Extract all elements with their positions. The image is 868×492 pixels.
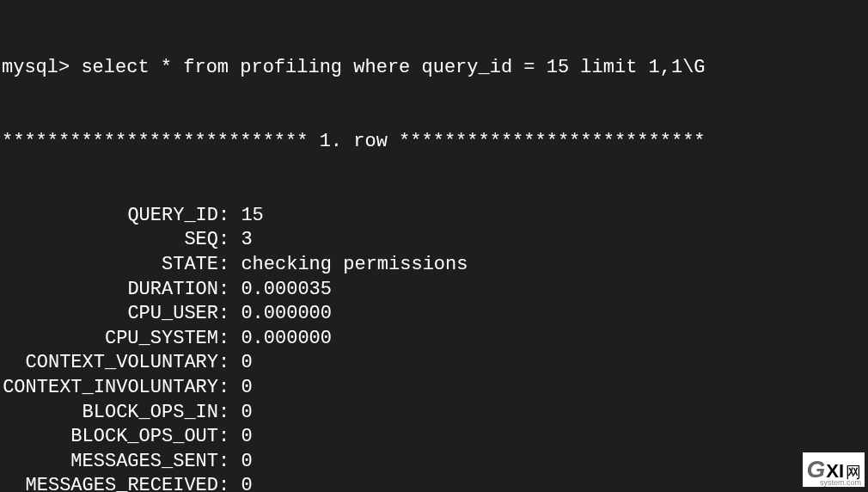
field-row: CONTEXT_INVOLUNTARY: 0 xyxy=(2,376,866,401)
field-label: STATE xyxy=(2,253,218,278)
field-row: CPU_SYSTEM: 0.000000 xyxy=(2,327,866,352)
field-separator: : xyxy=(218,425,241,450)
field-separator: : xyxy=(218,204,241,229)
watermark-logo: G XI 网 system.com xyxy=(803,452,865,487)
field-separator: : xyxy=(218,450,241,475)
command-line: mysql> select * from profiling where que… xyxy=(2,56,866,81)
field-value: 0.000000 xyxy=(241,327,332,352)
field-label: SEQ xyxy=(2,228,218,253)
field-row: SEQ: 3 xyxy=(2,228,866,253)
terminal-output[interactable]: mysql> select * from profiling where que… xyxy=(2,7,866,492)
field-value: 0 xyxy=(241,450,252,475)
field-label: CONTEXT_INVOLUNTARY xyxy=(2,376,218,401)
field-separator: : xyxy=(218,302,241,327)
field-row: CONTEXT_VOLUNTARY: 0 xyxy=(2,351,866,376)
watermark-sys: system.com xyxy=(820,478,861,489)
field-value: 0 xyxy=(241,474,252,492)
field-row: QUERY_ID: 15 xyxy=(2,204,866,229)
field-label: QUERY_ID xyxy=(2,204,218,229)
field-label: MESSAGES_SENT xyxy=(2,450,218,475)
field-value: 0 xyxy=(241,401,252,426)
field-value: 0 xyxy=(241,376,252,401)
field-row: BLOCK_OPS_OUT: 0 xyxy=(2,425,866,450)
field-value: 0.000000 xyxy=(241,302,332,327)
field-row: MESSAGES_RECEIVED: 0 xyxy=(2,474,866,492)
field-label: CONTEXT_VOLUNTARY xyxy=(2,351,218,376)
field-label: CPU_SYSTEM xyxy=(2,327,218,352)
field-value: 0.000035 xyxy=(241,278,332,303)
sql-query: select * from profiling where query_id =… xyxy=(81,56,705,81)
field-separator: : xyxy=(218,474,241,492)
field-separator: : xyxy=(218,376,241,401)
mysql-prompt: mysql> xyxy=(2,56,70,81)
field-label: BLOCK_OPS_OUT xyxy=(2,425,218,450)
field-label: MESSAGES_RECEIVED xyxy=(2,474,218,492)
field-value: 3 xyxy=(241,228,252,253)
field-row: STATE: checking permissions xyxy=(2,253,866,278)
field-row: MESSAGES_SENT: 0 xyxy=(2,450,866,475)
field-row: DURATION: 0.000035 xyxy=(2,278,866,303)
field-separator: : xyxy=(218,327,241,352)
result-fields: QUERY_ID: 15SEQ: 3STATE: checking permis… xyxy=(2,204,866,492)
field-label: BLOCK_OPS_IN xyxy=(2,401,218,426)
field-row: BLOCK_OPS_IN: 0 xyxy=(2,401,866,426)
field-value: 0 xyxy=(241,351,252,376)
field-label: DURATION xyxy=(2,278,218,303)
field-separator: : xyxy=(218,228,241,253)
field-label: CPU_USER xyxy=(2,302,218,327)
field-separator: : xyxy=(218,401,241,426)
field-separator: : xyxy=(218,278,241,303)
row-separator: *************************** 1. row *****… xyxy=(2,130,866,155)
field-value: 15 xyxy=(241,204,263,229)
field-separator: : xyxy=(218,351,241,376)
field-value: checking permissions xyxy=(241,253,468,278)
field-separator: : xyxy=(218,253,241,278)
field-value: 0 xyxy=(241,425,252,450)
field-row: CPU_USER: 0.000000 xyxy=(2,302,866,327)
